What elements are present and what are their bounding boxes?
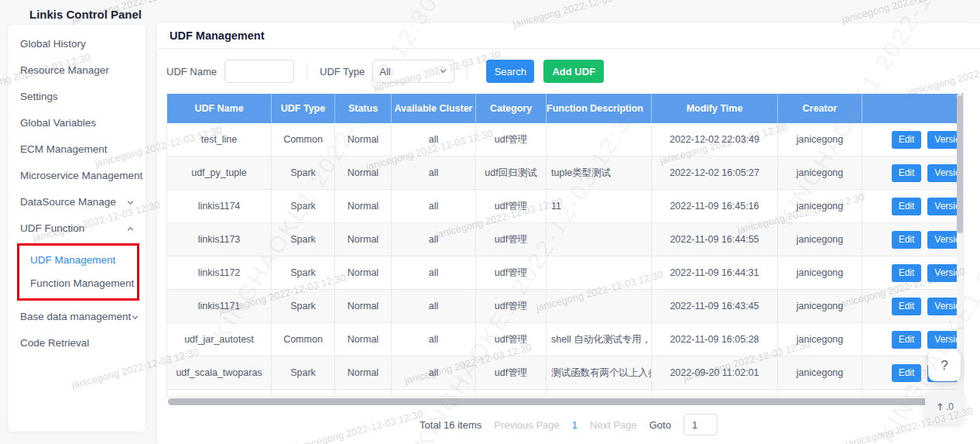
cell-function-description — [547, 256, 652, 289]
cell-creator: janicegong — [778, 256, 862, 289]
cell-function-description: tuple类型测试 — [547, 157, 652, 189]
edit-button[interactable]: Edit — [892, 198, 922, 215]
scroll-top-badge: .0 — [946, 401, 954, 412]
edit-button[interactable]: Edit — [892, 331, 922, 349]
udf-type-label: UDF Type — [320, 66, 365, 77]
edit-button[interactable]: Edit — [892, 264, 922, 282]
toolbar-divider — [467, 63, 468, 80]
cell-udf-name: udf_py_tuple — [167, 157, 272, 189]
cell-category: udf回归测试 — [476, 157, 547, 189]
sidebar: Global History Resource Manager Settings… — [8, 25, 146, 432]
column-header-modify-time: Modify Time — [652, 94, 778, 123]
current-page-number[interactable]: 1 — [572, 419, 577, 431]
table-row: test_line Common Normal all udf管理 2022-1… — [167, 123, 964, 157]
table-row: udf_py_tuple Spark Normal all udf回归测试 tu… — [167, 157, 964, 190]
cell-available-cluster: all — [392, 356, 476, 389]
scroll-top-button[interactable]: .0 — [925, 390, 964, 424]
cell-function-description: 11 — [547, 190, 652, 222]
cell-available-cluster: all — [392, 123, 476, 156]
sidebar-subitem-udf-management[interactable]: UDF Management — [19, 249, 137, 272]
column-header-function-description: Function Description — [547, 94, 652, 123]
cell-available-cluster: all — [392, 157, 476, 189]
sidebar-item-settings[interactable]: Settings — [8, 84, 146, 110]
column-header-status: Status — [335, 94, 392, 123]
cell-empty — [778, 390, 862, 396]
edit-button[interactable]: Edit — [892, 164, 922, 182]
cell-actions: Edit Version List — [862, 190, 964, 222]
watermark-text: janicegong 2022-12-03 12:30 — [841, 0, 970, 26]
chevron-down-icon — [439, 66, 447, 77]
cell-udf-type: Spark — [272, 256, 335, 289]
edit-button[interactable]: Edit — [892, 364, 922, 382]
sidebar-item-resource-manager[interactable]: Resource Manager — [8, 57, 146, 84]
cell-creator: janicegong — [778, 157, 862, 189]
pagination: Total 16 items Previous Page 1 Next Page… — [157, 414, 980, 435]
sidebar-item-udf-function[interactable]: UDF Function — [8, 215, 146, 242]
sidebar-item-datasource-manage[interactable]: DataSource Manage — [8, 189, 146, 215]
cell-modify-time: 2022-11-09 16:44:55 — [652, 223, 778, 256]
cell-available-cluster: all — [392, 256, 476, 289]
chevron-down-icon — [131, 313, 139, 322]
cell-modify-time: 2022-12-02 22:03:49 — [652, 123, 778, 156]
cell-category: udf管理 — [476, 356, 547, 389]
cell-udf-type: Common — [272, 323, 335, 356]
cell-modify-time: 2022-09-20 11:02:01 — [652, 356, 778, 389]
cell-category: udf管理 — [476, 290, 547, 322]
cell-actions: Edit Version List — [862, 157, 964, 189]
column-header-actions — [862, 94, 964, 123]
sidebar-item-microservice-management[interactable]: Microservice Management — [8, 163, 146, 189]
sidebar-item-global-history[interactable]: Global History — [8, 31, 146, 57]
cell-available-cluster: all — [392, 323, 476, 356]
cell-creator: janicegong — [778, 123, 862, 156]
pagination-total: Total 16 items — [420, 419, 481, 431]
cell-available-cluster: all — [392, 190, 476, 222]
cell-empty — [335, 390, 392, 396]
cell-status: Normal — [335, 356, 392, 389]
sidebar-item-label: Base data management — [20, 304, 131, 330]
sidebar-item-base-data-management[interactable]: Base data management — [8, 304, 146, 330]
vertical-scrollbar-thumb[interactable] — [957, 95, 963, 233]
edit-button[interactable]: Edit — [892, 231, 922, 249]
cell-category: udf管理 — [476, 256, 547, 289]
cell-status: Normal — [335, 290, 392, 322]
table-row: linkis1173 Spark Normal all udf管理 2022-1… — [167, 223, 964, 256]
table-row: linkis1172 Spark Normal all udf管理 2022-1… — [167, 256, 964, 290]
cell-actions: Edit Version List — [862, 290, 964, 322]
horizontal-scrollbar-track[interactable] — [166, 398, 964, 405]
sidebar-item-label: Microservice Management — [20, 163, 142, 189]
cell-udf-name: linkis1173 — [167, 223, 272, 256]
udf-name-input[interactable] — [224, 60, 294, 83]
cell-udf-type: Spark — [272, 356, 335, 389]
cell-modify-time: 2022-12-02 16:05:27 — [652, 157, 778, 189]
sidebar-item-code-retrieval[interactable]: Code Retrieval — [8, 330, 146, 356]
cell-modify-time: 2022-11-09 16:43:45 — [652, 290, 778, 322]
sidebar-item-label: UDF Function — [20, 215, 84, 242]
horizontal-scrollbar-thumb[interactable] — [168, 398, 951, 405]
edit-button[interactable]: Edit — [892, 298, 922, 315]
edit-button[interactable]: Edit — [892, 131, 922, 149]
next-page-button[interactable]: Next Page — [590, 419, 637, 431]
cell-creator: janicegong — [778, 290, 862, 322]
search-button[interactable]: Search — [486, 60, 534, 83]
sidebar-item-ecm-management[interactable]: ECM Management — [8, 136, 146, 163]
table-row: udf_jar_autotest Common Normal all udf管理… — [167, 323, 964, 356]
app-title: Linkis Control Panel — [29, 8, 142, 21]
column-header-category: Category — [476, 94, 547, 123]
cell-modify-time: 2022-11-09 16:05:28 — [652, 323, 778, 356]
cell-function-description — [547, 223, 652, 256]
sidebar-item-global-variables[interactable]: Global Variables — [8, 110, 146, 136]
sidebar-subitem-function-management[interactable]: Function Management — [19, 272, 137, 295]
goto-page-input[interactable] — [684, 414, 718, 435]
vertical-scrollbar-track[interactable] — [957, 94, 963, 396]
add-udf-button[interactable]: Add UDF — [543, 60, 604, 83]
cell-function-description: 测试函数有两个以上入参... — [547, 356, 652, 389]
previous-page-button[interactable]: Previous Page — [494, 419, 560, 431]
sidebar-item-label: Global Variables — [20, 110, 96, 136]
cell-empty — [652, 390, 778, 396]
cell-category: udf管理 — [476, 223, 547, 256]
udf-type-select[interactable]: All — [372, 60, 454, 83]
cell-status: Normal — [335, 323, 392, 356]
cell-category: udf管理 — [476, 123, 547, 156]
help-button[interactable]: ? — [928, 350, 961, 381]
sidebar-item-label: Settings — [20, 84, 58, 110]
